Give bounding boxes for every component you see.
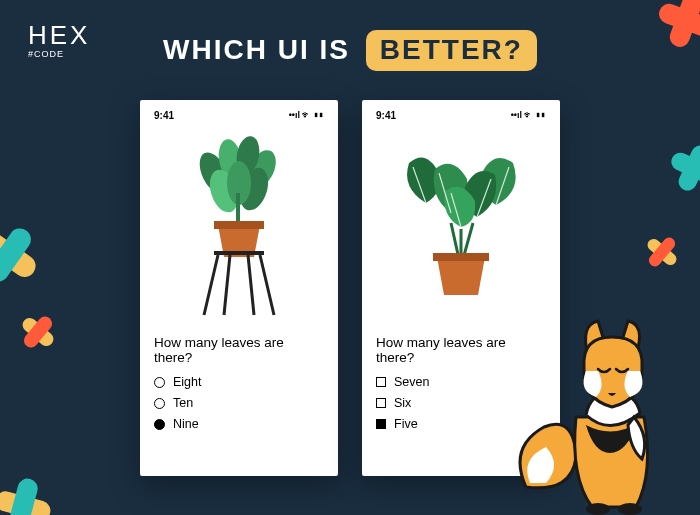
page-title: WHICH UI IS BETTER? [0, 34, 700, 66]
confetti-plus [0, 473, 56, 515]
radio-option[interactable]: Eight [154, 375, 324, 389]
radio-option[interactable]: Ten [154, 396, 324, 410]
plant-illustration-a [154, 121, 324, 335]
radio-icon [154, 377, 165, 388]
option-label: Five [394, 417, 418, 431]
svg-line-24 [224, 255, 230, 315]
status-time: 9:41 [154, 110, 174, 121]
radio-option[interactable]: Nine [154, 417, 324, 431]
question-text: How many leaves are there? [154, 335, 324, 365]
fox-mascot [516, 307, 686, 515]
svg-line-25 [248, 255, 254, 315]
status-bar: 9:41 ••ıl ᯤ ▮▮ [376, 110, 546, 121]
checkbox-icon [376, 398, 386, 408]
svg-rect-26 [433, 253, 489, 261]
svg-point-28 [618, 503, 642, 515]
option-list: Eight Ten Nine [154, 375, 324, 431]
status-bar: 9:41 ••ıl ᯤ ▮▮ [154, 110, 324, 121]
svg-line-22 [204, 255, 218, 315]
radio-icon [154, 398, 165, 409]
svg-point-27 [586, 503, 610, 515]
svg-line-23 [260, 255, 274, 315]
option-label: Nine [173, 417, 199, 431]
option-label: Seven [394, 375, 429, 389]
svg-rect-20 [214, 221, 264, 229]
status-time: 9:41 [376, 110, 396, 121]
title-lead: WHICH UI IS [163, 34, 360, 65]
svg-rect-21 [214, 251, 264, 255]
mockup-phone-a: 9:41 ••ıl ᯤ ▮▮ [140, 100, 338, 476]
plant-illustration-b [376, 121, 546, 335]
title-badge: BETTER? [366, 30, 537, 71]
checkbox-icon-selected [376, 419, 386, 429]
radio-icon-selected [154, 419, 165, 430]
status-icons: ••ıl ᯤ ▮▮ [289, 110, 324, 121]
status-icons: ••ıl ᯤ ▮▮ [511, 110, 546, 121]
option-label: Eight [173, 375, 202, 389]
option-label: Ten [173, 396, 193, 410]
checkbox-icon [376, 377, 386, 387]
option-label: Six [394, 396, 411, 410]
